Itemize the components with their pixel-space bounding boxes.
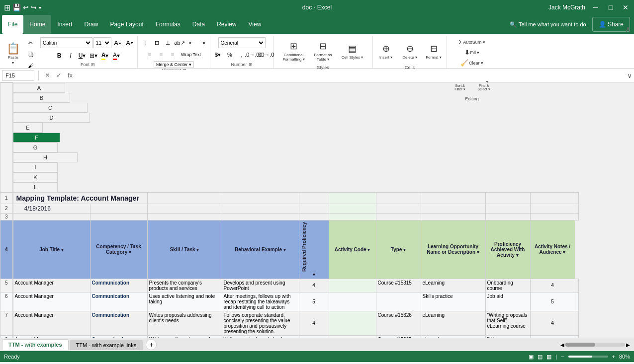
r5-prof-achieved[interactable]: Onboarding course	[485, 279, 530, 292]
r5-behavioral[interactable]: Develops and present using PowerPoint	[222, 279, 299, 292]
confirm-formula-btn[interactable]: ✓	[54, 72, 64, 79]
decrease-decimal-btn[interactable]: .00→.0	[260, 49, 271, 60]
header-prof-achieved-filter[interactable]: ▾	[516, 253, 519, 258]
sheet-tab-2[interactable]: TTM - with example links	[70, 340, 143, 350]
r6-activity-code[interactable]	[329, 292, 376, 311]
r5-skill[interactable]: Presents the company's products and serv…	[147, 279, 222, 292]
clear-btn[interactable]: 🧹 Clear ▾	[459, 58, 485, 68]
r7-req-prof[interactable]: 4	[299, 311, 329, 335]
r8-behavioral[interactable]: Writes concisely and clearly	[222, 335, 299, 338]
align-center-btn[interactable]: ≡	[156, 49, 167, 60]
number-expand-icon[interactable]: ⊞	[249, 62, 253, 67]
decrease-font-btn[interactable]: A▼	[124, 37, 135, 48]
r2c1[interactable]: 4/18/2016	[13, 204, 91, 213]
r6-job-title[interactable]: Account Manager	[13, 292, 91, 311]
r5-activity-code[interactable]	[329, 279, 376, 292]
r7-prof-achieved[interactable]: "Writing proposals that Sell" eLearning …	[485, 311, 530, 335]
r6-prof-achieved[interactable]: Job aid	[485, 292, 530, 311]
ribbon-collapse-btn[interactable]: ∧	[625, 24, 631, 34]
r8-type[interactable]: Course #15325	[376, 335, 421, 338]
wrap-text-btn[interactable]: Wrap Text	[179, 49, 203, 60]
r8-competency[interactable]: Communication	[90, 335, 147, 338]
header-competency-filter[interactable]: ▾	[129, 250, 131, 255]
copy-button[interactable]: ⿻	[25, 49, 36, 60]
menu-pagelayout[interactable]: Page Layout	[104, 15, 149, 34]
align-right-btn[interactable]: ≡	[167, 49, 178, 60]
r6-notes[interactable]: 5	[530, 292, 575, 311]
r5-job-title[interactable]: Account Manager	[13, 279, 91, 292]
col-header-e[interactable]: E	[13, 123, 43, 133]
header-notes-filter[interactable]: ▾	[563, 250, 565, 255]
r7-activity-code[interactable]	[329, 311, 376, 335]
menu-insert[interactable]: Insert	[51, 15, 78, 34]
header-learning-filter[interactable]: ▾	[477, 250, 479, 255]
currency-btn[interactable]: $▾	[212, 49, 223, 60]
row-num-4[interactable]: 4	[0, 220, 13, 279]
table-container[interactable]: A B C D E F G H I K L 1 Ma	[0, 82, 634, 338]
title-cell[interactable]: Mapping Template: Account Manager	[13, 192, 148, 204]
zoom-out-btn[interactable]: −	[561, 354, 564, 360]
col-header-i[interactable]: I	[13, 162, 58, 172]
col-header-f[interactable]: F	[13, 133, 60, 143]
r6-type[interactable]	[376, 292, 421, 311]
border-button[interactable]: ⊞▾	[88, 50, 99, 61]
search-bar[interactable]: 🔍 Tell me what you want to do	[506, 15, 590, 34]
redo-icon[interactable]: ↪	[31, 3, 37, 11]
format-cells-btn[interactable]: ⊟ Format ▾	[423, 37, 445, 65]
undo-icon[interactable]: ↩	[23, 3, 29, 11]
r8-prof-achieved[interactable]: "We mean business" writing course	[485, 335, 530, 338]
col-header-h[interactable]: H	[13, 152, 78, 162]
col-header-g[interactable]: G	[13, 143, 58, 152]
customize-icon[interactable]: ▾	[39, 5, 41, 10]
align-bottom-btn[interactable]: ⊥	[163, 37, 174, 48]
align-top-btn[interactable]: ⊤	[140, 37, 151, 48]
r8-learning[interactable]: eLearning	[421, 335, 485, 338]
minimize-btn[interactable]: ─	[591, 3, 600, 12]
menu-formulas[interactable]: Formulas	[150, 15, 186, 34]
font-size-selector[interactable]: 11	[93, 37, 111, 48]
paste-dropdown[interactable]: ▾	[12, 61, 14, 65]
horizontal-scrollbar[interactable]	[565, 343, 625, 347]
r7-behavioral[interactable]: Follows corporate standard, concisely pr…	[222, 311, 299, 335]
r6-req-prof[interactable]: 5	[299, 292, 329, 311]
r5-competency[interactable]: Communication	[90, 279, 147, 292]
header-type-filter[interactable]: ▾	[403, 247, 406, 252]
autosum-btn[interactable]: Σ AutoSum ▾	[457, 37, 487, 47]
r5-req-prof[interactable]: 4	[299, 279, 329, 292]
header-behavioral-filter[interactable]: ▾	[283, 247, 286, 252]
r5-type[interactable]: Course #15315	[376, 279, 421, 292]
insert-cells-btn[interactable]: ⊕ Insert ▾	[375, 37, 397, 65]
header-req-filter[interactable]: ▾	[313, 272, 315, 277]
cell-styles-btn[interactable]: ▤ Cell Styles ▾	[339, 37, 366, 65]
r7-skill[interactable]: Writes proposals addressing client's nee…	[147, 311, 222, 335]
col-header-l[interactable]: L	[13, 182, 58, 192]
align-left-btn[interactable]: ≡	[144, 49, 155, 60]
r7-notes[interactable]: 4	[530, 311, 575, 335]
col-header-b[interactable]: B	[13, 93, 70, 103]
r7-type[interactable]: Course #15326	[376, 311, 421, 335]
r8-req-prof[interactable]: 4	[299, 335, 329, 338]
menu-review[interactable]: Review	[211, 15, 242, 34]
r8-activity-code[interactable]	[329, 335, 376, 338]
col-header-j[interactable]: K	[13, 172, 58, 182]
share-button[interactable]: 👤 Share	[592, 17, 630, 32]
r5-notes[interactable]: 4	[530, 279, 575, 292]
bold-button[interactable]: B	[54, 50, 65, 61]
normal-view-btn[interactable]: ▣	[529, 354, 534, 360]
row-num-8[interactable]: 8	[0, 335, 13, 338]
r6-behavioral[interactable]: After meetings, follows up with recap re…	[222, 292, 299, 311]
menu-view[interactable]: View	[243, 15, 268, 34]
row-num-2[interactable]: 2	[0, 204, 13, 213]
r6-skill[interactable]: Uses active listening and note taking	[147, 292, 222, 311]
row-num-6[interactable]: 6	[0, 292, 13, 311]
number-format-selector[interactable]: General	[218, 37, 266, 48]
underline-button[interactable]: U▾	[77, 50, 88, 61]
formula-expand-btn[interactable]: ∨	[627, 72, 632, 79]
align-middle-btn[interactable]: ⊟	[151, 37, 162, 48]
percent-btn[interactable]: %	[224, 49, 235, 60]
close-btn[interactable]: ✕	[621, 3, 630, 12]
row-num-1[interactable]: 1	[0, 192, 13, 204]
row-num-5[interactable]: 5	[0, 279, 13, 292]
paste-button[interactable]: 📋 Paste ▾	[2, 40, 24, 68]
maximize-btn[interactable]: □	[606, 3, 615, 12]
